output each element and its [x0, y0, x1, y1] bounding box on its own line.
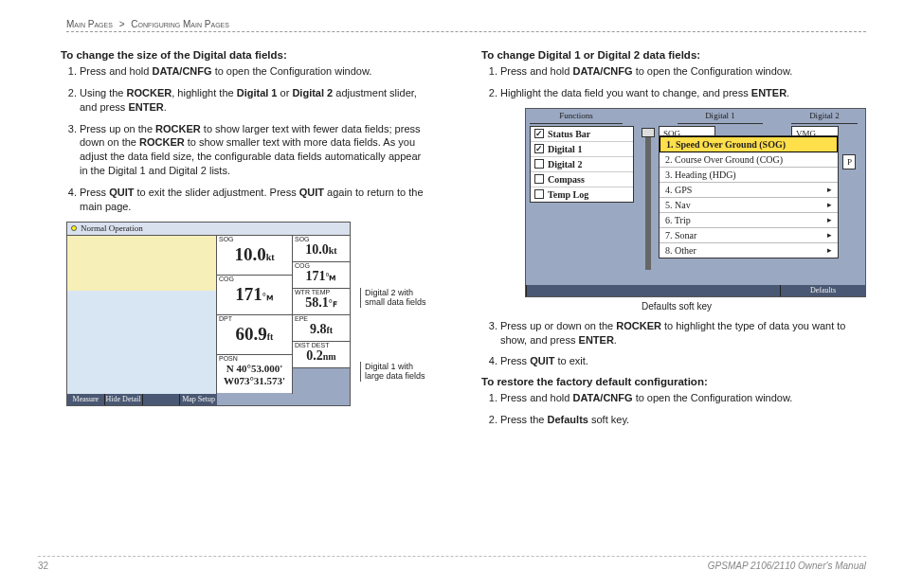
- colhdr-digital1: Digital 1: [678, 111, 763, 124]
- step-1: Press and hold DATA/CNFG to open the Con…: [80, 64, 430, 79]
- chevron-right-icon: ▸: [827, 185, 832, 194]
- menu-hdg: 3. Heading (HDG): [660, 168, 838, 183]
- cell-dist: DIST DEST0.2nm: [293, 342, 350, 368]
- status-icon: [71, 225, 77, 231]
- step-rest-2: Press the Defaults soft key.: [500, 413, 866, 427]
- sidecell-p: P: [842, 154, 856, 169]
- fn-digital2: Digital 2: [531, 157, 633, 172]
- cell-cog-2: COG171°ᴍ: [293, 262, 350, 289]
- steps-restore: Press and hold DATA/CNFG to open the Con…: [459, 391, 866, 427]
- steps-change: Press and hold DATA/CNFG to open the Con…: [459, 64, 866, 100]
- breadcrumb-b: Configuring Main Pages: [131, 19, 229, 29]
- softkey-bar-2: Defaults: [526, 285, 865, 296]
- menu-gps: 4. GPS▸: [660, 183, 838, 198]
- fn-compass: Compass: [531, 172, 633, 187]
- heading-change-fields: To change Digital 1 or Digital 2 data fi…: [481, 49, 866, 61]
- figure-2: Functions Digital 1 Digital 2 ✓Status Ba…: [487, 108, 866, 312]
- cell-sog-2: SOG10.0kt: [293, 236, 350, 262]
- manual-title: GPSMAP 2106/2110 Owner's Manual: [708, 561, 866, 571]
- cell-posn: POSNN 40°53.000'W073°31.573': [217, 355, 292, 393]
- functions-panel: ✓Status Bar ✓Digital 1 Digital 2 Compass…: [530, 126, 634, 203]
- right-column: To change Digital 1 or Digital 2 data fi…: [459, 44, 866, 435]
- steps-size: Press and hold DATA/CNFG to open the Con…: [38, 64, 430, 214]
- menu-sog: 1. Speed Over Ground (SOG): [660, 136, 838, 152]
- step-2: Using the ROCKER, highlight the Digital …: [80, 86, 430, 115]
- steps-change-cont: Press up or down on the ROCKER to highli…: [459, 319, 866, 369]
- step-4: Press QUIT to exit the slider adjustment…: [80, 186, 430, 214]
- check-icon: [534, 189, 544, 199]
- softkey-blank: [526, 285, 780, 296]
- cell-dpt: DPT60.9ft: [217, 315, 292, 355]
- cell-wtr: WTR TEMP58.1°ꜰ: [293, 289, 350, 315]
- data-type-menu: 1. Speed Over Ground (SOG) 2. Course Ove…: [659, 135, 839, 258]
- check-icon: [534, 174, 544, 184]
- slider: [645, 128, 651, 270]
- softkey-defaults: Defaults: [780, 285, 865, 296]
- fn-digital1: ✓Digital 1: [531, 142, 633, 157]
- breadcrumb-a: Main Pages: [66, 19, 113, 29]
- colhdr-functions: Functions: [530, 111, 623, 124]
- page-footer: 32 GPSMAP 2106/2110 Owner's Manual: [38, 556, 866, 571]
- step-rest-1: Press and hold DATA/CNFG to open the Con…: [500, 391, 866, 405]
- breadcrumb-sep: >: [119, 19, 125, 29]
- step-3: Press up on the ROCKER to show larger te…: [80, 122, 430, 178]
- check-icon: ✓: [534, 129, 544, 138]
- figure-1: Normal Operation SOG10.0kt COG171°ᴍ DPT6…: [66, 222, 430, 406]
- softkey-measure: Measure: [67, 394, 105, 405]
- check-icon: ✓: [534, 144, 544, 153]
- check-icon: [534, 159, 544, 169]
- figure-2-caption: Defaults soft key: [487, 301, 866, 312]
- step-r4: Press QUIT to exit.: [500, 354, 866, 368]
- config-screenshot: Functions Digital 1 Digital 2 ✓Status Ba…: [525, 108, 866, 297]
- step-r2: Highlight the data field you want to cha…: [500, 86, 866, 100]
- digital-1-column: SOG10.0kt COG171°ᴍ DPT60.9ft POSNN 40°53…: [217, 236, 293, 394]
- cell-cog-1: COG171°ᴍ: [217, 276, 292, 315]
- colhdr-digital2: Digital 2: [791, 111, 858, 124]
- left-column: To change the size of the Digital data f…: [38, 44, 430, 435]
- fn-templog: Temp Log: [531, 187, 633, 202]
- softkey-blank: [143, 394, 181, 405]
- chart-screenshot: Normal Operation SOG10.0kt COG171°ᴍ DPT6…: [66, 222, 351, 406]
- heading-restore: To restore the factory default configura…: [481, 376, 866, 387]
- title-bar: Normal Operation: [67, 223, 350, 236]
- map-area: [67, 236, 217, 394]
- menu-cog: 2. Course Over Ground (COG): [660, 152, 838, 168]
- chevron-right-icon: ▸: [827, 245, 832, 255]
- digital-2-column: SOG10.0kt COG171°ᴍ WTR TEMP58.1°ꜰ EPE9.8…: [293, 236, 350, 394]
- step-r1: Press and hold DATA/CNFG to open the Con…: [500, 64, 866, 79]
- slider-thumb: [642, 128, 655, 137]
- menu-trip: 6. Trip▸: [660, 213, 838, 228]
- title-text: Normal Operation: [81, 223, 143, 233]
- menu-sonar: 7. Sonar▸: [660, 228, 838, 243]
- softkey-mapsetup: Map Setup: [180, 394, 217, 405]
- callout-digital-1: Digital 1 with large data fields: [360, 362, 426, 383]
- step-r3: Press up or down on the ROCKER to highli…: [500, 319, 866, 347]
- heading-size: To change the size of the Digital data f…: [61, 49, 430, 61]
- chevron-right-icon: ▸: [827, 200, 832, 209]
- menu-other: 8. Other▸: [660, 243, 838, 258]
- softkey-hide: Hide Detail: [105, 394, 143, 405]
- page-number: 32: [38, 561, 48, 571]
- cell-sog-1: SOG10.0kt: [217, 236, 292, 276]
- chevron-right-icon: ▸: [827, 230, 832, 240]
- softkey-bar: Measure Hide Detail Map Setup: [67, 394, 217, 405]
- breadcrumb: Main Pages > Configuring Main Pages: [66, 19, 866, 32]
- chevron-right-icon: ▸: [827, 215, 832, 224]
- fn-statusbar: ✓Status Bar: [531, 127, 633, 142]
- callout-digital-2: Digital 2 with small data fields: [360, 288, 426, 309]
- menu-nav: 5. Nav▸: [660, 198, 838, 213]
- cell-epe: EPE9.8ft: [293, 315, 350, 342]
